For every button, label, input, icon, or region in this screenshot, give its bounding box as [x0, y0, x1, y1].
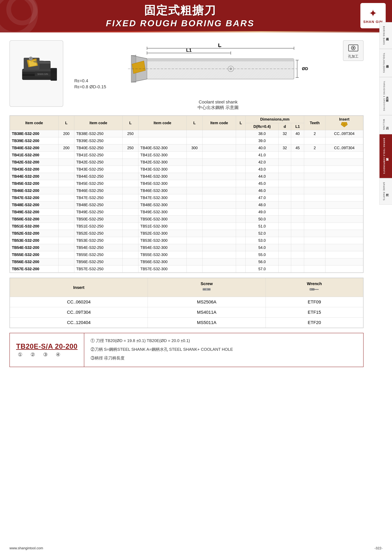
table-cell: 45.0	[246, 180, 278, 187]
col-header-d: d	[278, 123, 291, 130]
col-header-insert: Insert	[325, 116, 363, 130]
table-cell	[186, 244, 202, 251]
table-cell	[186, 152, 202, 159]
svg-point-22	[33, 60, 46, 63]
main-table-wrapper: Item code L Item code L Item code L Item…	[9, 115, 363, 273]
table-cell	[304, 187, 325, 194]
table-cell	[278, 159, 291, 166]
table-cell	[278, 201, 291, 209]
table-cell	[278, 152, 291, 159]
table-cell	[186, 187, 202, 194]
table-cell	[304, 209, 325, 216]
tab-label: 内徑車刀BORING BARS	[382, 26, 389, 45]
svg-rect-39	[147, 58, 294, 61]
product-image: SHAN GIN	[9, 40, 63, 107]
table-cell: 47.0	[246, 194, 278, 201]
table-cell	[122, 216, 138, 223]
table-cell: TB44E-S32-250	[74, 173, 122, 180]
svg-point-51	[229, 67, 232, 70]
table-cell	[291, 173, 304, 180]
table-cell	[186, 137, 202, 145]
table-cell	[58, 187, 74, 194]
table-cell	[186, 237, 202, 244]
table-cell	[202, 230, 236, 237]
table-cell	[278, 194, 291, 201]
table-cell	[325, 187, 363, 194]
table-row: TB54E-S32-200TB54E-S32-250TB54E-S32-3005…	[10, 244, 363, 251]
tab-threading[interactable]: 内刀＆開槽刀THREADING & GROOVING	[379, 77, 392, 115]
table-cell	[325, 166, 363, 173]
table-row: TB46E-S32-200TB46E-S32-250TB46E-S32-3004…	[10, 187, 363, 194]
table-cell	[291, 166, 304, 173]
table-cell	[236, 166, 246, 173]
footer-website: www.shangintool.com	[9, 546, 43, 550]
table-cell: TB49E-S32-300	[138, 209, 186, 216]
table-cell	[186, 216, 202, 223]
table-cell: 50.0	[246, 216, 278, 223]
table-cell	[58, 223, 74, 230]
tab-spare-parts[interactable]: 配件SPARE PARTS	[379, 178, 392, 205]
tab-boring-bars[interactable]: 内徑車刀BORING BARS	[379, 22, 392, 49]
table-cell	[186, 201, 202, 209]
table-cell: TB45E-S32-200	[10, 180, 58, 187]
acc-header-screw: Screw	[148, 278, 265, 297]
table-cell	[325, 237, 363, 244]
svg-rect-13	[50, 68, 57, 81]
table-row: TB57E-S32-200TB57E-S32-250TB57E-S32-3005…	[10, 265, 363, 273]
table-cell	[236, 159, 246, 166]
table-cell	[304, 152, 325, 159]
table-cell: TB53E-S32-200	[10, 237, 58, 244]
table-cell	[58, 152, 74, 159]
table-cell	[278, 173, 291, 180]
diagram-area: L L1 ØD±0.1	[73, 40, 363, 110]
table-cell	[236, 230, 246, 237]
top-section: SHAN GIN L L1	[9, 40, 363, 110]
table-cell	[291, 152, 304, 159]
table-cell	[186, 258, 202, 265]
col-header-item-code-4: Item code	[202, 116, 236, 130]
table-cell	[186, 265, 202, 273]
table-cell	[325, 258, 363, 265]
tab-toolholders[interactable]: 外徑車刀TOOLHOLDERS	[379, 49, 392, 77]
table-cell: 32	[278, 130, 291, 137]
table-cell	[202, 265, 236, 273]
table-cell	[291, 223, 304, 230]
table-cell	[122, 187, 138, 194]
table-cell: 56.0	[246, 258, 278, 265]
table-row: TB47E-S32-200TB47E-S32-250TB47E-S32-3004…	[10, 194, 363, 201]
table-cell	[291, 251, 304, 258]
table-cell	[236, 180, 246, 187]
table-cell	[236, 137, 246, 145]
table-cell: 250	[122, 130, 138, 137]
re-04-label: Rε=0.4	[74, 78, 88, 83]
col-header-item-code-2: Item code	[74, 116, 122, 130]
table-cell	[202, 159, 236, 166]
table-cell: 55.0	[246, 251, 278, 258]
table-cell: TB48E-S32-300	[138, 201, 186, 209]
table-cell: TB40E-S32-250	[74, 145, 122, 152]
tab-boring-tools[interactable]: 別加工BORING TOOLS COMPONENTS	[379, 134, 392, 178]
table-cell	[304, 265, 325, 273]
accessories-table: Insert Screw Wrench	[10, 278, 363, 328]
table-row: TB42E-S32-200TB42E-S32-250TB42E-S32-3004…	[10, 159, 363, 166]
acc-table-row: CC..09T304MS4011AETF15	[10, 307, 363, 318]
table-cell	[304, 194, 325, 201]
table-cell	[236, 216, 246, 223]
tab-milling[interactable]: 銑刀MILLING	[379, 115, 392, 134]
acc-table-row: CC..060204MS2506AETF09	[10, 297, 363, 307]
table-cell	[202, 187, 236, 194]
table-cell	[202, 173, 236, 180]
table-cell: 48.0	[246, 201, 278, 209]
table-cell	[122, 230, 138, 237]
table-cell	[291, 265, 304, 273]
table-cell	[291, 216, 304, 223]
table-cell: 40.0	[246, 145, 278, 152]
table-cell	[122, 166, 138, 173]
table-cell: TB43E-S32-250	[74, 166, 122, 173]
acc-header-wrench: Wrench	[265, 278, 363, 297]
table-cell	[58, 237, 74, 244]
table-row: TB38E-S32-200200TB38E-S32-25025038.03240…	[10, 130, 363, 137]
table-cell: TB50E-S32-200	[10, 216, 58, 223]
table-cell	[325, 194, 363, 201]
table-cell: 45	[291, 145, 304, 152]
